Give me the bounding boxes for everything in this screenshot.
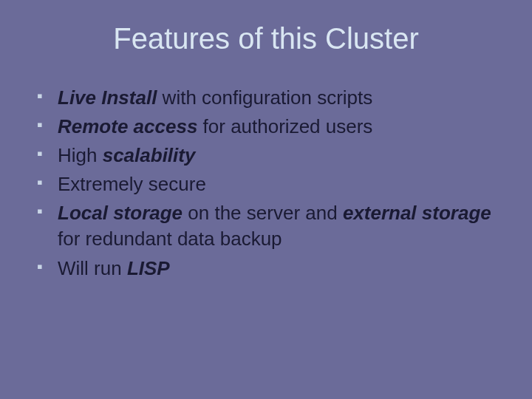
- page-title: Features of this Cluster: [30, 22, 502, 55]
- text-span: Remote access: [58, 115, 197, 137]
- list-item: Extremely secure: [37, 171, 502, 197]
- list-item: High scalability: [37, 143, 502, 168]
- text-span: external storage: [343, 202, 491, 224]
- list-item: Local storage on the server and external…: [37, 200, 502, 252]
- text-span: on the server and: [183, 202, 343, 224]
- text-span: for redundant data backup: [58, 228, 282, 250]
- text-span: Local storage: [58, 202, 183, 224]
- text-span: LISP: [127, 257, 170, 279]
- text-span: scalability: [103, 144, 196, 166]
- list-item: Live Install with configuration scripts: [37, 85, 502, 111]
- text-span: Live Install: [58, 86, 157, 109]
- text-span: with configuration scripts: [157, 86, 372, 109]
- text-span: for authorized users: [197, 115, 372, 137]
- slide: Features of this Cluster Live Install wi…: [0, 0, 532, 399]
- list-item: Remote access for authorized users: [37, 114, 502, 140]
- text-span: Extremely secure: [58, 173, 206, 195]
- bullet-list: Live Install with configuration scriptsR…: [30, 85, 502, 282]
- text-span: Will run: [58, 257, 127, 279]
- text-span: High: [58, 144, 103, 166]
- list-item: Will run LISP: [37, 256, 502, 282]
